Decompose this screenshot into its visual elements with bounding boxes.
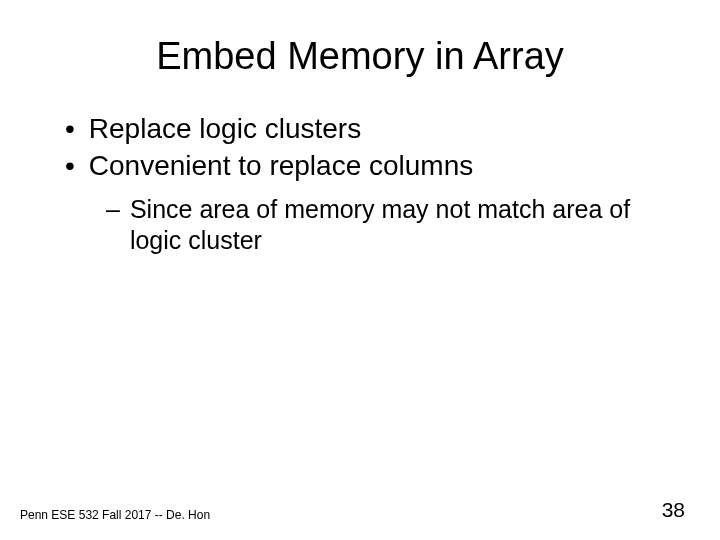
bullet-level1-2: • Convenient to replace columns	[60, 150, 670, 182]
bullet-level2-1: – Since area of memory may not match are…	[106, 194, 670, 257]
page-number: 38	[662, 498, 685, 522]
slide-container: Embed Memory in Array • Replace logic cl…	[0, 0, 720, 540]
slide-content: • Replace logic clusters • Convenient to…	[50, 113, 670, 257]
footer-source: Penn ESE 532 Fall 2017 -- De. Hon	[20, 508, 210, 522]
bullet-marker-icon: •	[65, 113, 75, 145]
bullet-text: Replace logic clusters	[89, 113, 361, 145]
dash-marker-icon: –	[106, 194, 120, 257]
bullet-level1-1: • Replace logic clusters	[60, 113, 670, 145]
bullet-text: Since area of memory may not match area …	[130, 194, 660, 257]
bullet-text: Convenient to replace columns	[89, 150, 473, 182]
slide-title: Embed Memory in Array	[50, 35, 670, 78]
bullet-marker-icon: •	[65, 150, 75, 182]
